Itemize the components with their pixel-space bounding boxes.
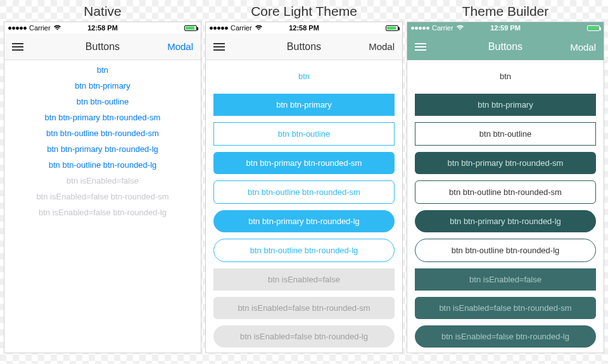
btn-primary-rsm[interactable]: btn btn-primary btn-rounded-sm xyxy=(213,152,395,174)
column-light: Core Light Theme Carrier 12:58 PM Button… xyxy=(205,4,403,353)
hamburger-icon[interactable] xyxy=(415,43,426,51)
content-native: btn btn btn-primary btn btn-outline btn … xyxy=(4,60,201,353)
modal-button[interactable]: Modal xyxy=(570,42,596,53)
modal-button[interactable]: Modal xyxy=(167,41,193,52)
btn-outline[interactable]: btn btn-outline xyxy=(12,97,193,106)
nav-bar: Buttons Modal xyxy=(4,34,201,60)
btn-outline-rlg[interactable]: btn btn-outline btn-rounded-lg xyxy=(213,239,395,262)
btn-outline[interactable]: btn btn-outline xyxy=(213,122,395,146)
btn-primary-rsm[interactable]: btn btn-primary btn-rounded-sm xyxy=(12,113,193,122)
hamburger-icon[interactable] xyxy=(12,43,23,51)
btn-primary-rlg[interactable]: btn btn-primary btn-rounded-lg xyxy=(12,144,193,154)
column-title-tb: Theme Builder xyxy=(407,4,604,19)
nav-bar: Buttons Modal xyxy=(206,34,402,60)
btn-plain[interactable]: btn xyxy=(213,65,395,87)
status-time: 12:58 PM xyxy=(206,24,402,32)
btn-disabled-rsm: btn isEnabled=false btn-rounded-sm xyxy=(12,192,193,201)
status-bar: Carrier 12:58 PM xyxy=(4,22,201,34)
btn-primary[interactable]: btn btn-primary xyxy=(415,94,596,116)
status-bar: Carrier 12:58 PM xyxy=(206,22,402,34)
btn-outline-rsm[interactable]: btn btn-outline btn-rounded-sm xyxy=(213,180,395,204)
btn-primary-rsm[interactable]: btn btn-primary btn-rounded-sm xyxy=(415,152,596,174)
btn-disabled: btn isEnabled=false xyxy=(213,268,395,291)
nav-bar: Buttons Modal xyxy=(407,34,604,60)
btn-disabled-rsm: btn isEnabled=false btn-rounded-sm xyxy=(415,297,596,319)
btn-disabled-rlg: btn isEnabled=false btn-rounded-lg xyxy=(12,208,193,217)
device-light: Carrier 12:58 PM Buttons Modal btn btn b… xyxy=(205,22,403,353)
modal-button[interactable]: Modal xyxy=(369,41,395,52)
status-bar: Carrier 12:59 PM xyxy=(407,22,604,34)
device-native: Carrier 12:58 PM Buttons Modal btn btn b… xyxy=(4,22,201,353)
device-tb: Carrier 12:59 PM Buttons Modal btn btn b… xyxy=(407,22,604,353)
content-light: btn btn btn-primary btn btn-outline btn … xyxy=(206,60,402,353)
btn-outline[interactable]: btn btn-outline xyxy=(415,122,596,146)
content-tb: btn btn btn-primary btn btn-outline btn … xyxy=(407,60,604,353)
btn-outline-rlg[interactable]: btn btn-outline btn-rounded-lg xyxy=(12,160,193,170)
btn-disabled-rlg: btn isEnabled=false btn-rounded-lg xyxy=(415,325,596,348)
btn-primary-rlg[interactable]: btn btn-primary btn-rounded-lg xyxy=(213,210,395,232)
btn-plain[interactable]: btn xyxy=(12,65,193,75)
hamburger-icon[interactable] xyxy=(213,43,225,51)
column-theme-builder: Theme Builder Carrier 12:59 PM Buttons M… xyxy=(407,4,604,353)
battery-icon xyxy=(587,25,600,31)
btn-primary[interactable]: btn btn-primary xyxy=(12,81,193,91)
btn-disabled-rlg: btn isEnabled=false btn-rounded-lg xyxy=(213,325,395,348)
btn-plain[interactable]: btn xyxy=(415,65,596,87)
btn-outline-rsm[interactable]: btn btn-outline btn-rounded-sm xyxy=(415,180,596,204)
column-title-light: Core Light Theme xyxy=(205,4,403,19)
btn-outline-rsm[interactable]: btn btn-outline btn-rounded-sm xyxy=(12,129,193,138)
status-time: 12:58 PM xyxy=(4,24,201,32)
btn-disabled: btn isEnabled=false xyxy=(415,268,596,291)
btn-outline-rlg[interactable]: btn btn-outline btn-rounded-lg xyxy=(415,239,596,262)
btn-primary[interactable]: btn btn-primary xyxy=(213,94,395,116)
btn-disabled-rsm: btn isEnabled=false btn-rounded-sm xyxy=(213,297,395,319)
btn-primary-rlg[interactable]: btn btn-primary btn-rounded-lg xyxy=(415,210,596,232)
battery-icon xyxy=(184,25,197,31)
btn-disabled: btn isEnabled=false xyxy=(12,176,193,185)
column-title-native: Native xyxy=(4,4,201,19)
battery-icon xyxy=(386,25,398,31)
status-time: 12:59 PM xyxy=(407,24,604,32)
column-native: Native Carrier 12:58 PM Buttons Modal bt… xyxy=(4,4,201,353)
